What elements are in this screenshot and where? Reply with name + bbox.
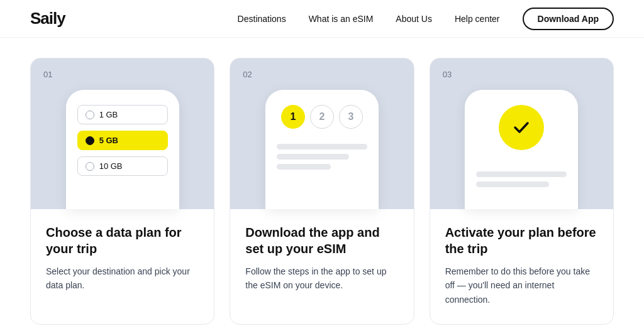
card-3-text: Activate your plan before the trip Remem… [430,209,613,324]
radio-10gb [86,162,94,171]
step-number-1: 01 [43,70,52,79]
card-1-desc: Select your destination and pick your da… [46,264,199,293]
radio-5gb [86,136,94,145]
phone-mockup-2: 1 2 3 [265,90,379,209]
setup-step-1: 1 [281,105,305,129]
phone-mockup-1: 1 GB 5 GB 10 GB [66,90,179,209]
main-nav: Destinations What is an eSIM About Us He… [238,8,614,30]
line-2 [277,154,349,160]
main-content: 01 1 GB 5 GB 10 GB [0,38,644,331]
nav-what-is-esim[interactable]: What is an eSIM [309,14,374,24]
step-number-2: 02 [243,70,252,79]
card-1-illustration: 01 1 GB 5 GB 10 GB [31,58,214,209]
step-number-3: 03 [443,70,452,79]
setup-steps-row: 1 2 3 [277,105,367,129]
card-1-text: Choose a data plan for your trip Select … [31,209,214,310]
checkmark-circle [499,105,544,150]
line-1 [277,144,367,149]
nav-about-us[interactable]: About Us [396,14,432,24]
card-3-illustration: 03 [430,58,613,209]
card-1-title: Choose a data plan for your trip [46,224,199,257]
card-2-lines [277,144,367,170]
card-2-text: Download the app and set up your eSIM Fo… [230,209,413,310]
site-header: Saily Destinations What is an eSIM About… [0,0,644,38]
check-icon [510,116,533,139]
nav-destinations[interactable]: Destinations [238,14,286,24]
card-3-lines [476,171,567,187]
step-card-1: 01 1 GB 5 GB 10 GB [30,58,214,325]
card-2-title: Download the app and set up your eSIM [245,224,398,257]
phone-mockup-3 [465,90,578,209]
data-option-10gb[interactable]: 10 GB [77,156,168,176]
setup-step-2: 2 [310,105,334,129]
data-option-5gb[interactable]: 5 GB [77,131,168,150]
step-card-3: 03 Activate your plan before the trip Re… [430,58,614,325]
card-2-illustration: 02 1 2 3 [230,58,413,209]
steps-cards-row: 01 1 GB 5 GB 10 GB [30,58,614,325]
line-b [476,182,548,187]
card-2-desc: Follow the steps in the app to set up th… [245,264,398,293]
radio-1gb [86,111,94,119]
step-card-2: 02 1 2 3 [230,58,414,325]
card-3-desc: Remember to do this before you take off … [445,264,598,307]
card-3-title: Activate your plan before the trip [445,224,598,257]
setup-step-3: 3 [339,105,363,129]
site-logo: Saily [30,9,65,28]
line-3 [277,164,331,170]
download-app-button[interactable]: Download App [523,8,614,30]
line-a [476,171,567,177]
data-option-1gb[interactable]: 1 GB [77,105,168,124]
nav-help-center[interactable]: Help center [455,14,500,24]
